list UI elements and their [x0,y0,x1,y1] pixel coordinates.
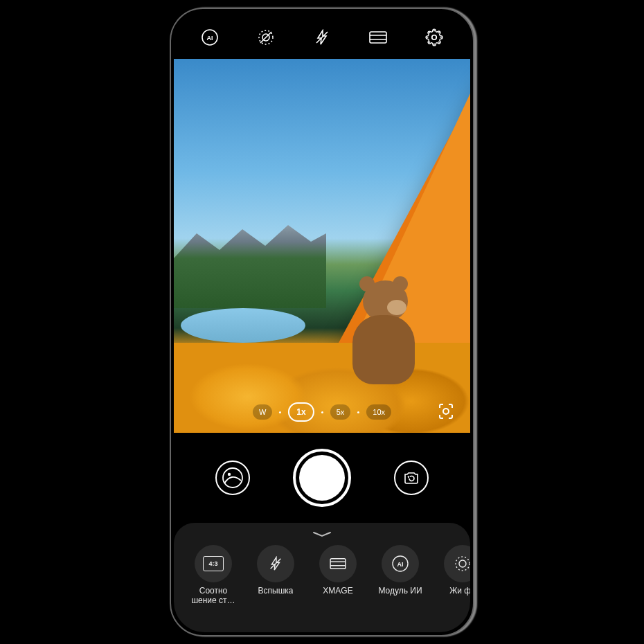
google-lens-icon[interactable] [436,401,456,422]
xmage-icon [319,545,357,582]
quick-settings-panel: 4:3 Соотно шение ст… Вспышка [174,523,470,632]
gallery-filters-button[interactable] [215,460,250,495]
ai-icon: AI [382,545,419,582]
shutter-button[interactable] [293,449,351,507]
svg-text:AI: AI [207,35,213,42]
zoom-1x[interactable]: 1x [288,402,314,422]
ai-mode-icon[interactable]: AI [198,26,222,49]
zoom-controls: W 1x 5x 10x [253,402,391,422]
svg-rect-6 [370,32,386,43]
flash-off-icon[interactable] [310,26,334,49]
top-toolbar: AI [174,16,470,59]
svg-point-19 [459,560,466,567]
settings-gear-icon[interactable] [422,26,446,49]
quick-aspect-ratio[interactable]: 4:3 Соотно шение ст… [189,545,238,606]
quick-live-photo[interactable]: Жи фо [438,545,470,606]
quick-ai-module[interactable]: AI Модуль ИИ [376,545,424,606]
quick-flash[interactable]: Вспышка [251,545,300,606]
phone-frame: AI [170,8,474,636]
aspect-ratio-icon: 4:3 [203,556,224,571]
flash-off-icon [257,545,294,582]
shutter-row [174,433,470,523]
switch-camera-button[interactable] [394,460,429,495]
svg-point-12 [228,473,231,476]
zoom-5x[interactable]: 5x [330,404,351,420]
svg-rect-14 [330,559,346,569]
zoom-10x[interactable]: 10x [366,404,391,420]
live-photo-off-icon[interactable] [254,26,278,49]
quick-settings-row[interactable]: 4:3 Соотно шение ст… Вспышка [174,545,470,606]
camera-viewfinder[interactable]: W 1x 5x 10x [174,59,470,433]
svg-point-20 [456,557,469,571]
quick-xmage[interactable]: XMAGE [314,545,362,606]
svg-point-10 [443,409,449,414]
chevron-down-icon[interactable] [310,528,334,541]
svg-point-11 [223,468,242,488]
xmage-icon[interactable] [366,26,390,49]
svg-text:AI: AI [397,561,404,568]
live-photo-icon [444,545,470,582]
svg-point-9 [431,35,436,40]
camera-app-screen: AI [174,12,470,632]
zoom-wide[interactable]: W [253,404,272,420]
